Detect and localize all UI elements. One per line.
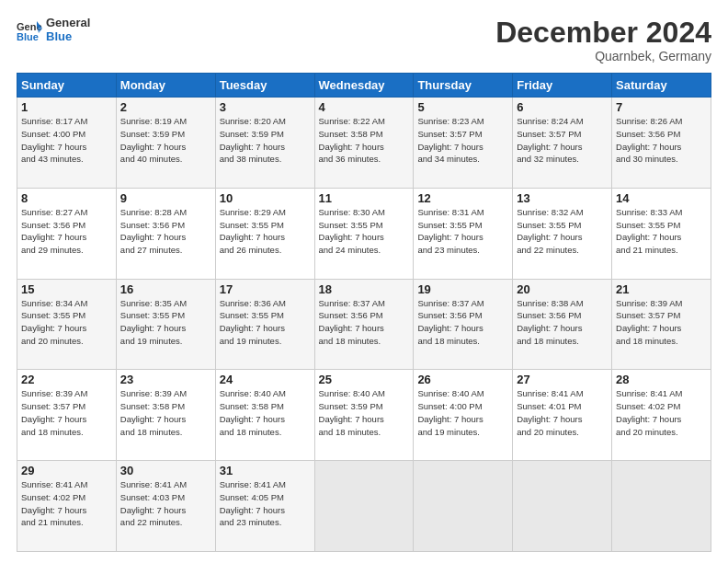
month-title: December 2024 <box>495 17 711 49</box>
day-number: 19 <box>417 282 508 296</box>
calendar-cell: 10Sunrise: 8:29 AM Sunset: 3:55 PM Dayli… <box>215 188 314 279</box>
calendar-cell: 4Sunrise: 8:22 AM Sunset: 3:58 PM Daylig… <box>314 98 414 189</box>
day-number: 14 <box>616 191 707 205</box>
day-info: Sunrise: 8:39 AM Sunset: 3:57 PM Dayligh… <box>21 387 112 438</box>
calendar-cell: 9Sunrise: 8:28 AM Sunset: 3:56 PM Daylig… <box>116 188 215 279</box>
calendar-cell: 19Sunrise: 8:37 AM Sunset: 3:56 PM Dayli… <box>414 279 513 370</box>
day-number: 22 <box>21 373 112 386</box>
col-thursday: Thursday <box>414 74 513 98</box>
calendar-cell: 29Sunrise: 8:41 AM Sunset: 4:02 PM Dayli… <box>17 461 117 552</box>
day-info: Sunrise: 8:40 AM Sunset: 4:00 PM Dayligh… <box>417 387 508 438</box>
logo-icon: General Blue <box>17 19 42 41</box>
calendar-cell: 21Sunrise: 8:39 AM Sunset: 3:57 PM Dayli… <box>612 279 711 370</box>
day-info: Sunrise: 8:26 AM Sunset: 3:56 PM Dayligh… <box>616 115 707 166</box>
header: General Blue General Blue December 2024 … <box>17 17 711 63</box>
day-number: 10 <box>220 191 311 205</box>
calendar-cell: 3Sunrise: 8:20 AM Sunset: 3:59 PM Daylig… <box>215 98 314 189</box>
day-number: 20 <box>517 282 608 296</box>
calendar-cell: 26Sunrise: 8:40 AM Sunset: 4:00 PM Dayli… <box>414 370 513 461</box>
calendar-cell: 13Sunrise: 8:32 AM Sunset: 3:55 PM Dayli… <box>513 188 612 279</box>
calendar-cell: 1Sunrise: 8:17 AM Sunset: 4:00 PM Daylig… <box>17 98 117 189</box>
calendar-week-2: 8Sunrise: 8:27 AM Sunset: 3:56 PM Daylig… <box>17 188 711 279</box>
day-number: 27 <box>517 373 608 386</box>
calendar-cell: 18Sunrise: 8:37 AM Sunset: 3:56 PM Dayli… <box>314 279 414 370</box>
calendar-cell: 15Sunrise: 8:34 AM Sunset: 3:55 PM Dayli… <box>17 279 117 370</box>
day-number: 7 <box>616 100 707 114</box>
calendar-cell: 24Sunrise: 8:40 AM Sunset: 3:58 PM Dayli… <box>215 370 314 461</box>
day-number: 17 <box>220 282 311 296</box>
day-number: 3 <box>220 100 311 114</box>
day-number: 24 <box>220 373 311 386</box>
calendar-cell: 22Sunrise: 8:39 AM Sunset: 3:57 PM Dayli… <box>17 370 117 461</box>
day-info: Sunrise: 8:22 AM Sunset: 3:58 PM Dayligh… <box>319 115 410 166</box>
day-number: 4 <box>319 100 410 114</box>
calendar-cell: 6Sunrise: 8:24 AM Sunset: 3:57 PM Daylig… <box>513 98 612 189</box>
calendar-cell: 25Sunrise: 8:40 AM Sunset: 3:59 PM Dayli… <box>314 370 414 461</box>
logo: General Blue General Blue <box>17 17 90 44</box>
calendar-table: Sunday Monday Tuesday Wednesday Thursday… <box>17 73 711 552</box>
calendar-week-4: 22Sunrise: 8:39 AM Sunset: 3:57 PM Dayli… <box>17 370 711 461</box>
col-wednesday: Wednesday <box>314 74 414 98</box>
day-info: Sunrise: 8:23 AM Sunset: 3:57 PM Dayligh… <box>417 115 508 166</box>
day-number: 18 <box>319 282 410 296</box>
day-info: Sunrise: 8:28 AM Sunset: 3:56 PM Dayligh… <box>120 206 211 257</box>
calendar-cell: 7Sunrise: 8:26 AM Sunset: 3:56 PM Daylig… <box>612 98 711 189</box>
day-number: 9 <box>120 191 211 205</box>
day-info: Sunrise: 8:31 AM Sunset: 3:55 PM Dayligh… <box>417 206 508 257</box>
day-info: Sunrise: 8:34 AM Sunset: 3:55 PM Dayligh… <box>21 297 112 348</box>
title-area: December 2024 Quarnbek, Germany <box>495 17 711 63</box>
calendar-cell: 31Sunrise: 8:41 AM Sunset: 4:05 PM Dayli… <box>215 461 314 552</box>
calendar-cell: 12Sunrise: 8:31 AM Sunset: 3:55 PM Dayli… <box>414 188 513 279</box>
day-info: Sunrise: 8:32 AM Sunset: 3:55 PM Dayligh… <box>517 206 608 257</box>
day-number: 6 <box>517 100 608 114</box>
day-info: Sunrise: 8:41 AM Sunset: 4:02 PM Dayligh… <box>616 387 707 438</box>
col-tuesday: Tuesday <box>215 74 314 98</box>
day-number: 11 <box>319 191 410 205</box>
day-number: 16 <box>120 282 211 296</box>
day-number: 23 <box>120 373 211 386</box>
day-info: Sunrise: 8:37 AM Sunset: 3:56 PM Dayligh… <box>417 297 508 348</box>
day-info: Sunrise: 8:24 AM Sunset: 3:57 PM Dayligh… <box>517 115 608 166</box>
day-number: 21 <box>616 282 707 296</box>
calendar-cell: 20Sunrise: 8:38 AM Sunset: 3:56 PM Dayli… <box>513 279 612 370</box>
calendar-page: General Blue General Blue December 2024 … <box>0 0 728 563</box>
calendar-cell <box>414 461 513 552</box>
day-number: 26 <box>417 373 508 386</box>
day-info: Sunrise: 8:30 AM Sunset: 3:55 PM Dayligh… <box>319 206 410 257</box>
col-sunday: Sunday <box>17 74 117 98</box>
calendar-cell: 14Sunrise: 8:33 AM Sunset: 3:55 PM Dayli… <box>612 188 711 279</box>
day-info: Sunrise: 8:37 AM Sunset: 3:56 PM Dayligh… <box>319 297 410 348</box>
day-number: 25 <box>319 373 410 386</box>
calendar-cell: 11Sunrise: 8:30 AM Sunset: 3:55 PM Dayli… <box>314 188 414 279</box>
day-number: 8 <box>21 191 112 205</box>
col-saturday: Saturday <box>612 74 711 98</box>
day-info: Sunrise: 8:39 AM Sunset: 3:57 PM Dayligh… <box>616 297 707 348</box>
day-info: Sunrise: 8:41 AM Sunset: 4:01 PM Dayligh… <box>517 387 608 438</box>
day-info: Sunrise: 8:33 AM Sunset: 3:55 PM Dayligh… <box>616 206 707 257</box>
calendar-cell <box>513 461 612 552</box>
calendar-cell <box>314 461 414 552</box>
day-number: 28 <box>616 373 707 386</box>
day-number: 13 <box>517 191 608 205</box>
day-number: 1 <box>21 100 112 114</box>
day-info: Sunrise: 8:40 AM Sunset: 3:58 PM Dayligh… <box>220 387 311 438</box>
day-info: Sunrise: 8:38 AM Sunset: 3:56 PM Dayligh… <box>517 297 608 348</box>
day-info: Sunrise: 8:19 AM Sunset: 3:59 PM Dayligh… <box>120 115 211 166</box>
day-info: Sunrise: 8:27 AM Sunset: 3:56 PM Dayligh… <box>21 206 112 257</box>
day-info: Sunrise: 8:17 AM Sunset: 4:00 PM Dayligh… <box>21 115 112 166</box>
calendar-cell: 30Sunrise: 8:41 AM Sunset: 4:03 PM Dayli… <box>116 461 215 552</box>
calendar-cell: 27Sunrise: 8:41 AM Sunset: 4:01 PM Dayli… <box>513 370 612 461</box>
calendar-cell <box>612 461 711 552</box>
calendar-week-5: 29Sunrise: 8:41 AM Sunset: 4:02 PM Dayli… <box>17 461 711 552</box>
day-number: 12 <box>417 191 508 205</box>
day-number: 2 <box>120 100 211 114</box>
day-info: Sunrise: 8:41 AM Sunset: 4:05 PM Dayligh… <box>220 478 311 529</box>
day-number: 31 <box>220 464 311 477</box>
day-info: Sunrise: 8:36 AM Sunset: 3:55 PM Dayligh… <box>220 297 311 348</box>
logo-text-general: General <box>46 17 90 30</box>
subtitle: Quarnbek, Germany <box>495 49 711 63</box>
day-info: Sunrise: 8:29 AM Sunset: 3:55 PM Dayligh… <box>220 206 311 257</box>
calendar-header-row: Sunday Monday Tuesday Wednesday Thursday… <box>17 74 711 98</box>
calendar-cell: 8Sunrise: 8:27 AM Sunset: 3:56 PM Daylig… <box>17 188 117 279</box>
day-info: Sunrise: 8:35 AM Sunset: 3:55 PM Dayligh… <box>120 297 211 348</box>
